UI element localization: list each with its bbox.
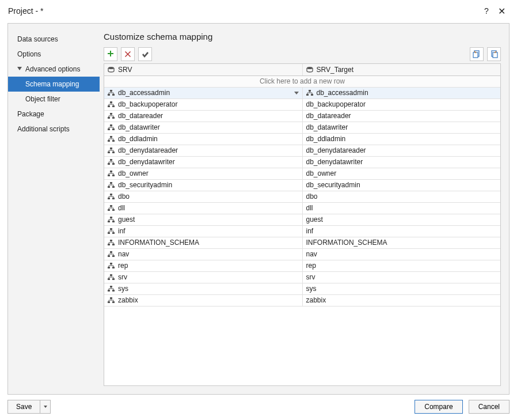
save-button[interactable]: Save xyxy=(7,400,51,414)
add-row[interactable]: Click here to add a new row xyxy=(104,75,500,87)
chevron-down-icon[interactable] xyxy=(294,92,299,94)
window-title: Project - * xyxy=(8,6,479,16)
svg-rect-13 xyxy=(108,105,110,107)
table-row[interactable]: db_accessadmin db_accessadmin xyxy=(104,87,500,99)
svg-rect-6 xyxy=(110,90,112,92)
cell-left: zabbix xyxy=(118,296,138,304)
table-row[interactable]: srvsrv xyxy=(104,271,500,283)
schema-icon xyxy=(108,205,115,211)
cell-left: db_securityadmin xyxy=(118,181,172,189)
svg-rect-46 xyxy=(108,232,110,234)
schema-icon xyxy=(108,124,115,130)
grid-header-label: SRV_Target xyxy=(317,66,353,74)
svg-rect-57 xyxy=(110,274,112,276)
cell-right: zabbix xyxy=(306,296,326,304)
confirm-button[interactable] xyxy=(138,47,152,61)
table-row[interactable]: db_datareaderdb_datareader xyxy=(104,110,500,122)
sidebar-item-object-filter[interactable]: Object filter xyxy=(8,92,100,107)
svg-rect-48 xyxy=(110,240,112,241)
compare-button[interactable]: Compare xyxy=(415,400,462,414)
cell-left: srv xyxy=(118,273,127,281)
svg-rect-49 xyxy=(108,244,110,245)
table-row[interactable]: infinf xyxy=(104,225,500,237)
table-row[interactable]: syssys xyxy=(104,283,500,294)
table-row[interactable]: db_ownerdb_owner xyxy=(104,168,500,179)
cell-left: rep xyxy=(118,262,128,270)
svg-rect-54 xyxy=(110,263,112,264)
copy-icon xyxy=(490,50,498,58)
table-row[interactable]: dlldll xyxy=(104,202,500,214)
sidebar-item-additional-scripts[interactable]: Additional scripts xyxy=(8,122,100,137)
content: Customize schema mapping xyxy=(100,24,509,394)
sidebar-item-schema-mapping[interactable]: Schema mapping xyxy=(8,77,100,92)
grid-header-left[interactable]: SRV xyxy=(104,64,302,75)
grid-header-label: SRV xyxy=(118,66,132,74)
cell-right: db_datareader xyxy=(306,112,351,120)
table-row[interactable]: db_securityadmindb_securityadmin xyxy=(104,179,500,191)
svg-rect-62 xyxy=(112,290,115,292)
schema-icon xyxy=(108,217,115,222)
svg-rect-9 xyxy=(309,90,311,92)
cell-left: guest xyxy=(118,215,135,224)
sidebar-item-advanced-options[interactable]: Advanced options xyxy=(8,62,100,77)
svg-rect-50 xyxy=(112,244,115,245)
help-icon[interactable]: ? xyxy=(479,6,494,16)
copy-left-button[interactable] xyxy=(470,47,484,61)
table-row[interactable]: db_ddladmindb_ddladmin xyxy=(104,133,500,145)
svg-rect-34 xyxy=(108,186,110,188)
schema-icon xyxy=(108,274,115,280)
svg-rect-1 xyxy=(473,52,478,58)
svg-rect-26 xyxy=(112,152,115,153)
svg-rect-20 xyxy=(112,128,115,130)
table-row[interactable]: reprep xyxy=(104,260,500,271)
svg-rect-11 xyxy=(311,94,313,96)
copy-icon xyxy=(473,50,481,58)
svg-rect-18 xyxy=(110,124,112,126)
table-row[interactable]: zabbixzabbix xyxy=(104,294,500,306)
table-row[interactable]: navnav xyxy=(104,248,500,260)
grid[interactable]: SRV SRV_Target Click here to ad xyxy=(104,63,501,386)
cell-left: db_owner xyxy=(118,169,149,177)
svg-rect-16 xyxy=(108,117,110,119)
svg-rect-47 xyxy=(112,232,115,234)
sidebar-item-options[interactable]: Options xyxy=(8,47,100,62)
svg-rect-42 xyxy=(110,217,112,218)
cell-left: dbo xyxy=(118,192,130,200)
cancel-button[interactable]: Cancel xyxy=(469,400,510,414)
cell-right: inf xyxy=(306,227,314,235)
close-icon[interactable]: ✕ xyxy=(494,6,509,17)
main-frame: Data sources Options Advanced options Sc… xyxy=(7,23,510,395)
cell-left: db_datareader xyxy=(118,112,163,120)
svg-rect-19 xyxy=(108,128,110,130)
svg-rect-21 xyxy=(110,136,112,138)
chevron-down-icon[interactable] xyxy=(40,400,50,413)
svg-rect-8 xyxy=(112,94,115,96)
cell-right: dbo xyxy=(306,192,318,200)
add-button[interactable] xyxy=(104,47,117,61)
svg-rect-51 xyxy=(110,251,112,253)
cell-left: db_accessadmin xyxy=(118,89,170,97)
save-label: Save xyxy=(8,403,40,411)
copy-right-button[interactable] xyxy=(487,47,501,61)
table-row[interactable]: db_denydatareaderdb_denydatareader xyxy=(104,145,500,156)
table-row[interactable]: dbodbo xyxy=(104,191,500,202)
svg-rect-25 xyxy=(108,152,110,153)
cell-right: db_securityadmin xyxy=(306,181,360,189)
sidebar: Data sources Options Advanced options Sc… xyxy=(8,24,100,394)
grid-header-right[interactable]: SRV_Target xyxy=(302,64,500,75)
schema-icon xyxy=(108,251,115,257)
toolbar xyxy=(104,47,501,61)
svg-rect-37 xyxy=(108,198,110,199)
schema-icon xyxy=(108,263,115,268)
svg-rect-10 xyxy=(306,94,309,96)
sidebar-item-package[interactable]: Package xyxy=(8,107,100,122)
sidebar-item-data-sources[interactable]: Data sources xyxy=(8,32,100,47)
svg-rect-61 xyxy=(108,290,110,292)
delete-button[interactable] xyxy=(121,47,135,61)
table-row[interactable]: guestguest xyxy=(104,214,500,225)
svg-rect-33 xyxy=(110,182,112,184)
table-row[interactable]: db_datawriterdb_datawriter xyxy=(104,122,500,133)
table-row[interactable]: INFORMATION_SCHEMAINFORMATION_SCHEMA xyxy=(104,237,500,248)
table-row[interactable]: db_denydatawriterdb_denydatawriter xyxy=(104,156,500,168)
table-row[interactable]: db_backupoperatordb_backupoperator xyxy=(104,99,500,110)
